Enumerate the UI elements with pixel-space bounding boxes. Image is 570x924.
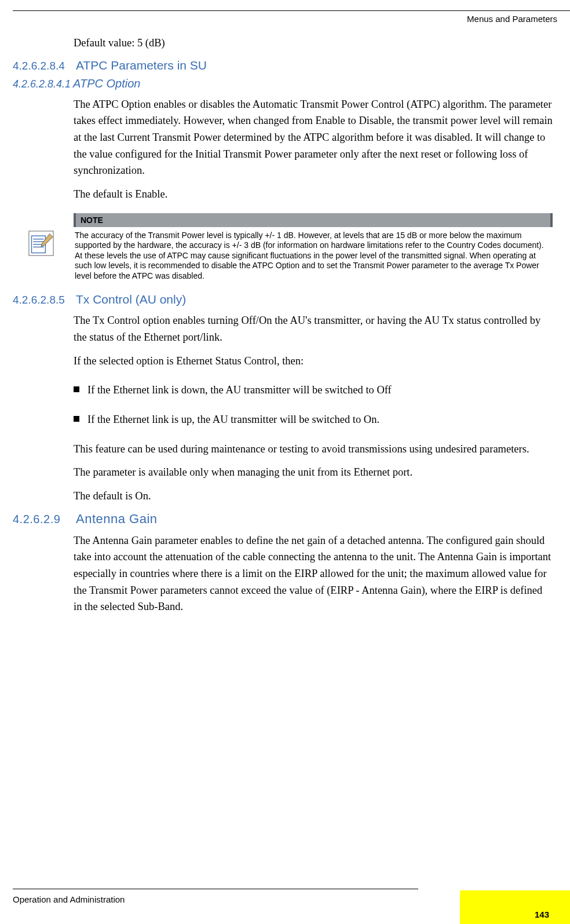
footer-chapter-title: Operation and Administration (13, 894, 125, 904)
note-block: NOTE The accuracy of the Transmit Power … (74, 213, 553, 283)
heading-atpc-option: 4.2.6.2.8.4.1 ATPC Option (13, 77, 557, 90)
paragraph: The Antenna Gain parameter enables to de… (74, 532, 553, 615)
paragraph: The default is On. (74, 488, 553, 505)
heading-atpc-parameters-su: 4.2.6.2.8.4 ATPC Parameters in SU (13, 59, 557, 72)
bullet-text: If the Ethernet link is up, the AU trans… (87, 411, 553, 428)
bullet-icon (74, 386, 79, 392)
heading-number: 4.2.6.2.8.4.1 (13, 78, 71, 90)
footer-highlight-strip (460, 890, 570, 924)
paragraph: The default is Enable. (74, 186, 553, 203)
paragraph: The parameter is available only when man… (74, 464, 553, 481)
heading-tx-control: 4.2.6.2.8.5 Tx Control (AU only) (13, 293, 557, 306)
content-area: Default value: 5 (dB) 4.2.6.2.8.4 ATPC P… (13, 35, 557, 622)
heading-number: 4.2.6.2.9 (13, 513, 74, 526)
heading-antenna-gain: 4.2.6.2.9 Antenna Gain (13, 512, 557, 527)
bullet-icon (74, 416, 79, 422)
header-section-title: Menus and Parameters (467, 14, 557, 24)
heading-number: 4.2.6.2.8.4 (13, 60, 74, 72)
paragraph: The Tx Control option enables turning Of… (74, 312, 553, 345)
heading-number: 4.2.6.2.8.5 (13, 294, 74, 306)
bullet-text: If the Ethernet link is down, the AU tra… (87, 382, 553, 399)
footer-rule (13, 889, 418, 889)
page: Menus and Parameters Default value: 5 (d… (0, 0, 570, 924)
paragraph: The ATPC Option enables or disables the … (74, 96, 553, 179)
header-rule (13, 10, 570, 11)
note-pencil-icon (28, 231, 54, 256)
heading-title: ATPC Parameters in SU (76, 59, 207, 72)
note-text: The accuracy of the Transmit Power level… (74, 227, 553, 283)
page-number: 143 (535, 910, 549, 919)
paragraph: If the selected option is Ethernet Statu… (74, 353, 553, 370)
heading-title: ATPC Option (73, 77, 140, 90)
paragraph: This feature can be used during maintena… (74, 441, 553, 458)
default-value-line: Default value: 5 (dB) (74, 35, 553, 52)
heading-title: Antenna Gain (76, 512, 158, 527)
note-label: NOTE (74, 213, 553, 227)
heading-title: Tx Control (AU only) (76, 293, 186, 306)
list-item: If the Ethernet link is down, the AU tra… (74, 382, 553, 399)
list-item: If the Ethernet link is up, the AU trans… (74, 411, 553, 428)
